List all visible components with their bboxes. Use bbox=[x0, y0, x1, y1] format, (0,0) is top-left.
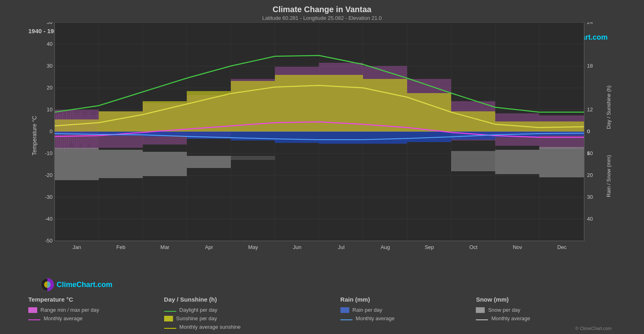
svg-text:10: 10 bbox=[587, 150, 593, 156]
legend-item-sunshine-bar: Sunshine per day bbox=[164, 315, 340, 321]
svg-rect-58 bbox=[495, 121, 539, 132]
svg-text:-30: -30 bbox=[45, 194, 53, 200]
svg-rect-77 bbox=[495, 150, 539, 174]
svg-rect-65 bbox=[275, 132, 319, 143]
svg-text:0: 0 bbox=[587, 128, 590, 134]
svg-rect-74 bbox=[143, 152, 187, 176]
svg-text:Day / Sunshine (h): Day / Sunshine (h) bbox=[606, 85, 612, 129]
sunshine-avg-swatch bbox=[164, 328, 176, 329]
snow-swatch bbox=[476, 307, 485, 313]
daylight-line-swatch bbox=[164, 311, 176, 312]
sunshine-swatch bbox=[164, 316, 173, 321]
snow-avg-swatch bbox=[476, 319, 488, 320]
svg-text:20: 20 bbox=[47, 85, 53, 91]
svg-text:0: 0 bbox=[50, 128, 53, 134]
svg-text:Apr: Apr bbox=[205, 244, 213, 250]
svg-text:-20: -20 bbox=[45, 172, 53, 178]
svg-rect-73 bbox=[99, 150, 143, 178]
svg-rect-76 bbox=[231, 156, 275, 160]
legend-title-snow: Snow (mm) bbox=[476, 296, 612, 303]
legend-item-temp-range: Range min / max per day bbox=[28, 307, 164, 313]
legend-item-rain-bar: Rain per day bbox=[340, 307, 476, 313]
svg-text:Rain / Snow (mm): Rain / Snow (mm) bbox=[606, 155, 612, 197]
legend-label-snow-bar: Snow per day bbox=[488, 307, 520, 313]
svg-text:Jun: Jun bbox=[293, 244, 302, 250]
main-chart: 50 40 30 20 10 0 -10 -20 -30 -40 -50 24 … bbox=[28, 22, 614, 257]
svg-text:Feb: Feb bbox=[116, 244, 125, 250]
svg-text:Jan: Jan bbox=[73, 244, 81, 250]
main-container: Climate Change in Vantaa Latitude 60.281… bbox=[0, 0, 644, 334]
svg-text:18: 18 bbox=[587, 63, 593, 69]
svg-rect-55 bbox=[363, 79, 407, 132]
legend-label-temp-range: Range min / max per day bbox=[40, 307, 99, 313]
logo-text-bottom: ClimeChart.com bbox=[57, 281, 112, 289]
legend-item-snow-avg: Monthly average bbox=[476, 315, 612, 321]
svg-text:Mar: Mar bbox=[160, 244, 170, 250]
svg-rect-75 bbox=[187, 156, 231, 168]
chart-subtitle: Latitude 60.281 - Longitude 25.082 - Ele… bbox=[0, 15, 644, 21]
svg-text:Sep: Sep bbox=[424, 244, 434, 250]
logo-bottom: ClimeChart.com bbox=[40, 278, 112, 291]
svg-text:30: 30 bbox=[47, 63, 53, 69]
legend-item-daylight: Daylight per day bbox=[164, 307, 340, 313]
svg-text:12: 12 bbox=[587, 106, 593, 113]
svg-text:-50: -50 bbox=[45, 238, 53, 244]
svg-text:50: 50 bbox=[47, 22, 53, 25]
svg-text:Aug: Aug bbox=[380, 244, 390, 250]
legend-item-temp-avg: Monthly average bbox=[28, 315, 164, 321]
legend-title-sunshine: Day / Sunshine (h) bbox=[164, 296, 340, 303]
legend-label-sunshine-bar: Sunshine per day bbox=[176, 315, 217, 321]
svg-text:24: 24 bbox=[587, 22, 593, 25]
svg-text:40: 40 bbox=[587, 216, 593, 222]
temp-avg-line-swatch bbox=[28, 319, 40, 320]
svg-text:-40: -40 bbox=[45, 216, 53, 222]
svg-text:20: 20 bbox=[587, 172, 593, 178]
rain-swatch bbox=[340, 307, 349, 313]
legend-label-temp-avg: Monthly average bbox=[44, 315, 82, 321]
svg-rect-64 bbox=[231, 132, 275, 140]
svg-text:30: 30 bbox=[587, 194, 593, 200]
legend-label-rain-bar: Rain per day bbox=[353, 307, 382, 313]
legend-item-sunshine-avg: Monthly average sunshine bbox=[164, 324, 340, 330]
temp-range-swatch bbox=[28, 307, 37, 313]
copyright-text: © ClimeChart.com bbox=[575, 326, 612, 331]
svg-text:May: May bbox=[248, 244, 258, 250]
svg-rect-66 bbox=[319, 132, 363, 144]
svg-rect-67 bbox=[363, 132, 407, 144]
legend-col-temperature: Temperature °C Range min / max per day M… bbox=[28, 296, 164, 330]
svg-text:40: 40 bbox=[47, 41, 53, 47]
svg-rect-72 bbox=[55, 148, 99, 180]
legend-label-snow-avg: Monthly average bbox=[491, 315, 530, 321]
legend-label-daylight: Daylight per day bbox=[179, 307, 217, 313]
legend-item-snow-bar: Snow per day bbox=[476, 307, 612, 313]
svg-text:Temperature °C: Temperature °C bbox=[31, 116, 38, 155]
legend-area: Temperature °C Range min / max per day M… bbox=[28, 296, 612, 330]
svg-rect-51 bbox=[187, 91, 231, 132]
legend-title-rain: Rain (mm) bbox=[340, 296, 476, 303]
svg-rect-53 bbox=[275, 75, 319, 132]
legend-col-rain: Rain (mm) Rain per day Monthly average bbox=[340, 296, 476, 330]
svg-text:Dec: Dec bbox=[557, 244, 567, 250]
legend-label-rain-avg: Monthly average bbox=[356, 315, 395, 321]
svg-text:10: 10 bbox=[47, 106, 53, 113]
legend-col-snow: Snow (mm) Snow per day Monthly average bbox=[476, 296, 612, 330]
legend-col-sunshine: Day / Sunshine (h) Daylight per day Suns… bbox=[164, 296, 340, 330]
legend-item-rain-avg: Monthly average bbox=[340, 315, 476, 321]
svg-text:Oct: Oct bbox=[469, 244, 478, 250]
svg-rect-78 bbox=[539, 147, 584, 177]
legend-title-temperature: Temperature °C bbox=[28, 296, 164, 303]
rain-avg-swatch bbox=[340, 319, 353, 320]
chart-title: Climate Change in Vantaa bbox=[0, 0, 644, 14]
svg-text:Jul: Jul bbox=[338, 244, 345, 250]
svg-text:-10: -10 bbox=[45, 150, 53, 156]
svg-rect-79 bbox=[451, 151, 495, 171]
legend-label-sunshine-avg: Monthly average sunshine bbox=[179, 324, 241, 330]
svg-text:Nov: Nov bbox=[513, 244, 522, 250]
